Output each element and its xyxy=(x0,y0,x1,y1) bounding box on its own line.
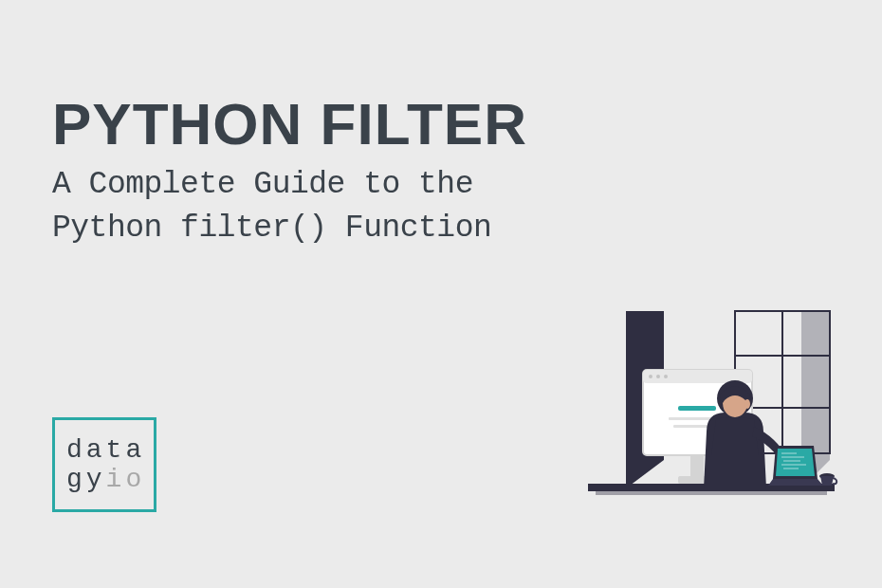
svg-rect-14 xyxy=(690,455,704,476)
svg-rect-11 xyxy=(678,406,716,411)
page-subtitle: A Complete Guide to the Python filter() … xyxy=(52,163,491,250)
svg-point-8 xyxy=(649,375,652,378)
logo-text-line-2: gyio xyxy=(66,465,154,494)
svg-point-18 xyxy=(744,399,750,409)
subtitle-line-2: Python filter() Function xyxy=(52,211,491,246)
subtitle-line-1: A Complete Guide to the xyxy=(52,167,473,202)
logo-text-line-1: data xyxy=(66,435,154,465)
developer-illustration xyxy=(569,303,849,531)
logo-io: io xyxy=(106,465,146,494)
datagy-logo: data gyio xyxy=(52,417,156,512)
svg-rect-5 xyxy=(596,491,827,495)
logo-gy: gy xyxy=(66,465,106,494)
svg-point-10 xyxy=(664,375,668,378)
svg-point-9 xyxy=(656,375,660,378)
page-title: PYTHON FILTER xyxy=(52,90,527,157)
